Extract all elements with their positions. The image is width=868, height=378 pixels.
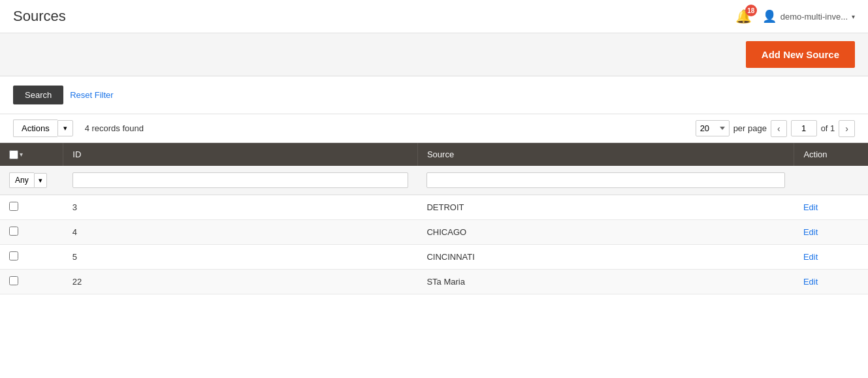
action-header: Action (794, 143, 868, 166)
filter-source-cell (417, 166, 794, 195)
id-filter-input[interactable] (72, 172, 409, 188)
table-row: 3 DETROIT Edit (0, 195, 868, 220)
any-dropdown-button[interactable]: ▾ (34, 173, 47, 188)
row-source: CINCINNATI (417, 245, 794, 270)
table-row: 22 STa Maria Edit (0, 270, 868, 294)
row-checkbox-cell (0, 245, 63, 270)
row-id: 22 (63, 270, 418, 294)
edit-link[interactable]: Edit (803, 202, 818, 212)
user-dropdown-arrow: ▾ (852, 13, 855, 20)
row-action: Edit (794, 220, 868, 245)
source-header: Source (417, 143, 794, 166)
row-checkbox-cell (0, 270, 63, 294)
row-action: Edit (794, 195, 868, 220)
table-row: 4 CHICAGO Edit (0, 220, 868, 245)
edit-link[interactable]: Edit (803, 277, 818, 287)
header-checkbox[interactable] (9, 150, 18, 159)
sources-table: ▾ ID Source Action Any ▾ (0, 143, 868, 294)
row-checkbox-cell (0, 195, 63, 220)
row-checkbox[interactable] (9, 251, 18, 260)
row-id: 5 (63, 245, 418, 270)
filter-id-cell (63, 166, 418, 195)
actions-button[interactable]: Actions (13, 119, 57, 137)
user-menu[interactable]: 👤 demo-multi-inve... ▾ (762, 9, 855, 24)
per-page-select[interactable]: 10 20 50 100 (696, 120, 730, 136)
row-action: Edit (794, 245, 868, 270)
user-name-label: demo-multi-inve... (780, 12, 848, 22)
filter-action-cell (794, 166, 868, 195)
edit-link[interactable]: Edit (803, 252, 818, 262)
filter-row: Search Reset Filter (0, 76, 868, 114)
header-right: 🔔 18 👤 demo-multi-inve... ▾ (735, 8, 855, 24)
notification-badge: 18 (745, 5, 757, 16)
edit-link[interactable]: Edit (803, 227, 818, 237)
header-checkbox-dropdown[interactable]: ▾ (20, 151, 23, 158)
checkbox-header-cell: ▾ (0, 143, 63, 166)
notification-bell[interactable]: 🔔 18 (735, 8, 752, 24)
next-page-button[interactable]: › (839, 120, 855, 137)
row-action: Edit (794, 270, 868, 294)
records-count: 4 records found (85, 123, 144, 133)
row-checkbox-cell (0, 220, 63, 245)
user-icon: 👤 (762, 9, 777, 24)
reset-filter-link[interactable]: Reset Filter (70, 90, 113, 100)
row-checkbox[interactable] (9, 202, 18, 211)
top-header: Sources 🔔 18 👤 demo-multi-inve... ▾ (0, 0, 868, 33)
page-number-input[interactable] (791, 120, 817, 136)
add-new-source-button[interactable]: Add New Source (746, 41, 855, 68)
records-row: Actions ▾ 4 records found 10 20 50 100 p… (0, 114, 868, 143)
row-source: STa Maria (417, 270, 794, 294)
row-source: CHICAGO (417, 220, 794, 245)
source-filter-input[interactable] (426, 172, 785, 188)
row-id: 4 (63, 220, 418, 245)
search-button[interactable]: Search (13, 86, 63, 104)
any-button[interactable]: Any (9, 172, 34, 188)
prev-page-button[interactable]: ‹ (771, 120, 787, 137)
row-checkbox[interactable] (9, 276, 18, 285)
actions-dropdown-button[interactable]: ▾ (57, 120, 73, 136)
row-id: 3 (63, 195, 418, 220)
page-title: Sources (13, 8, 66, 25)
id-header: ID (63, 143, 418, 166)
pagination-right: 10 20 50 100 per page ‹ of 1 › (696, 120, 855, 137)
table-filter-row: Any ▾ (0, 166, 868, 195)
row-checkbox[interactable] (9, 227, 18, 236)
filter-checkbox-cell: Any ▾ (0, 166, 63, 195)
toolbar-bar: Add New Source (0, 33, 868, 76)
actions-group: Actions ▾ (13, 119, 73, 137)
row-source: DETROIT (417, 195, 794, 220)
table-row: 5 CINCINNATI Edit (0, 245, 868, 270)
per-page-label: per page (733, 123, 767, 133)
of-label: of 1 (821, 123, 835, 133)
table-header-row: ▾ ID Source Action (0, 143, 868, 166)
